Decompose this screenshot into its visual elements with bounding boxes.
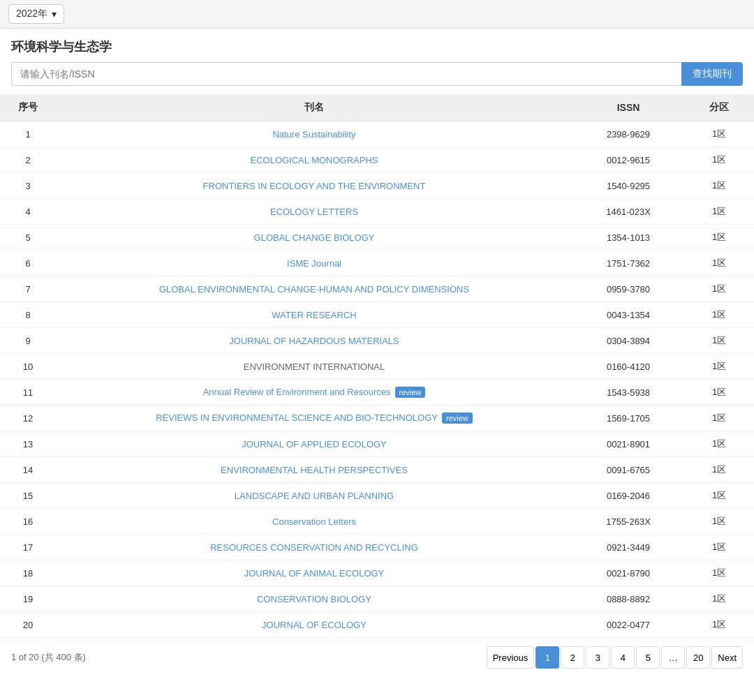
cell-name[interactable]: REVIEWS IN ENVIRONMENTAL SCIENCE AND BIO… bbox=[56, 405, 572, 431]
cell-name[interactable]: JOURNAL OF ANIMAL ECOLOGY bbox=[56, 560, 572, 586]
year-dropdown[interactable]: 2022年 ▾ bbox=[8, 4, 64, 24]
cell-seq: 18 bbox=[0, 560, 56, 586]
journal-name[interactable]: ENVIRONMENTAL HEALTH PERSPECTIVES bbox=[221, 465, 408, 475]
page-5-button[interactable]: 5 bbox=[636, 646, 660, 669]
cell-name[interactable]: WATER RESEARCH bbox=[56, 302, 572, 328]
cell-zone: 1区 bbox=[684, 535, 754, 560]
cell-seq: 3 bbox=[0, 173, 56, 199]
table-row: 11Annual Review of Environment and Resou… bbox=[0, 380, 754, 405]
cell-zone: 1区 bbox=[684, 328, 754, 354]
journal-name[interactable]: JOURNAL OF ECOLOGY bbox=[262, 620, 367, 630]
cell-issn: 0091-6765 bbox=[572, 457, 684, 483]
cell-zone: 1区 bbox=[684, 509, 754, 535]
header-seq: 序号 bbox=[0, 94, 56, 121]
page-4-button[interactable]: 4 bbox=[611, 646, 635, 669]
journal-name[interactable]: GLOBAL ENVIRONMENTAL CHANGE-HUMAN AND PO… bbox=[159, 284, 469, 295]
cell-seq: 10 bbox=[0, 354, 56, 380]
page-3-button[interactable]: 3 bbox=[586, 646, 609, 669]
journal-name[interactable]: ISME Journal bbox=[287, 258, 341, 269]
cell-issn: 1755-263X bbox=[572, 509, 684, 535]
cell-issn: 0012-9615 bbox=[572, 147, 684, 173]
table-row: 2ECOLOGICAL MONOGRAPHS0012-96151区 bbox=[0, 147, 754, 173]
cell-issn: 0043-1354 bbox=[572, 302, 684, 328]
table-header-row: 序号 刊名 ISSN 分区 bbox=[0, 94, 754, 121]
cell-seq: 4 bbox=[0, 199, 56, 225]
cell-zone: 1区 bbox=[684, 380, 754, 405]
cell-zone: 1区 bbox=[684, 457, 754, 483]
cell-zone: 1区 bbox=[684, 612, 754, 638]
cell-name[interactable]: JOURNAL OF ECOLOGY bbox=[56, 612, 572, 638]
journal-name[interactable]: FRONTIERS IN ECOLOGY AND THE ENVIRONMENT bbox=[203, 181, 426, 191]
prev-button[interactable]: Previous bbox=[487, 646, 535, 669]
search-button[interactable]: 查找期刊 bbox=[681, 62, 743, 86]
journal-name[interactable]: REVIEWS IN ENVIRONMENTAL SCIENCE AND BIO… bbox=[156, 412, 438, 423]
table-row: 19CONSERVATION BIOLOGY0888-88921区 bbox=[0, 586, 754, 612]
cell-name[interactable]: Conservation Letters bbox=[56, 509, 572, 535]
cell-seq: 2 bbox=[0, 147, 56, 173]
cell-name[interactable]: JOURNAL OF HAZARDOUS MATERIALS bbox=[56, 328, 572, 354]
cell-name[interactable]: GLOBAL ENVIRONMENTAL CHANGE-HUMAN AND PO… bbox=[56, 276, 572, 302]
year-label: 2022年 bbox=[16, 8, 47, 20]
table-row: 18JOURNAL OF ANIMAL ECOLOGY0021-87901区 bbox=[0, 560, 754, 586]
cell-seq: 9 bbox=[0, 328, 56, 354]
cell-issn: 0888-8892 bbox=[572, 586, 684, 612]
table-row: 7GLOBAL ENVIRONMENTAL CHANGE-HUMAN AND P… bbox=[0, 276, 754, 302]
cell-name[interactable]: ECOLOGICAL MONOGRAPHS bbox=[56, 147, 572, 173]
journal-name[interactable]: LANDSCAPE AND URBAN PLANNING bbox=[235, 491, 394, 501]
cell-name[interactable]: Annual Review of Environment and Resourc… bbox=[56, 380, 572, 405]
page-1-button[interactable]: 1 bbox=[535, 646, 559, 669]
table-row: 3FRONTIERS IN ECOLOGY AND THE ENVIRONMEN… bbox=[0, 173, 754, 199]
journal-name[interactable]: Conservation Letters bbox=[272, 516, 356, 527]
cell-name[interactable]: ECOLOGY LETTERS bbox=[56, 199, 572, 225]
cell-issn: 0021-8790 bbox=[572, 560, 684, 586]
journal-name[interactable]: JOURNAL OF ANIMAL ECOLOGY bbox=[244, 568, 385, 579]
table-row: 20JOURNAL OF ECOLOGY0022-04771区 bbox=[0, 612, 754, 638]
journal-name[interactable]: RESOURCES CONSERVATION AND RECYCLING bbox=[210, 542, 418, 553]
cell-seq: 6 bbox=[0, 251, 56, 276]
dropdown-arrow-icon: ▾ bbox=[52, 8, 57, 20]
cell-name[interactable]: ENVIRONMENTAL HEALTH PERSPECTIVES bbox=[56, 457, 572, 483]
journal-name[interactable]: JOURNAL OF HAZARDOUS MATERIALS bbox=[229, 336, 399, 346]
cell-name[interactable]: CONSERVATION BIOLOGY bbox=[56, 586, 572, 612]
journal-name[interactable]: CONSERVATION BIOLOGY bbox=[257, 594, 371, 604]
table-row: 12REVIEWS IN ENVIRONMENTAL SCIENCE AND B… bbox=[0, 405, 754, 431]
cell-seq: 11 bbox=[0, 380, 56, 405]
table-row: 5GLOBAL CHANGE BIOLOGY1354-10131区 bbox=[0, 225, 754, 251]
cell-name[interactable]: Nature Sustainability bbox=[56, 121, 572, 147]
cell-seq: 13 bbox=[0, 431, 56, 457]
journal-name[interactable]: GLOBAL CHANGE BIOLOGY bbox=[254, 232, 375, 243]
next-button[interactable]: Next bbox=[711, 646, 743, 669]
cell-issn: 0022-0477 bbox=[572, 612, 684, 638]
page-last-button[interactable]: 20 bbox=[686, 646, 710, 669]
cell-issn: 1569-1705 bbox=[572, 405, 684, 431]
cell-issn: 1461-023X bbox=[572, 199, 684, 225]
journal-name[interactable]: ECOLOGICAL MONOGRAPHS bbox=[251, 155, 378, 165]
cell-zone: 1区 bbox=[684, 225, 754, 251]
journal-name[interactable]: WATER RESEARCH bbox=[272, 310, 356, 320]
page-title: 环境科学与生态学 bbox=[0, 29, 754, 62]
cell-name[interactable]: LANDSCAPE AND URBAN PLANNING bbox=[56, 483, 572, 509]
cell-zone: 1区 bbox=[684, 121, 754, 147]
cell-zone: 1区 bbox=[684, 173, 754, 199]
cell-zone: 1区 bbox=[684, 586, 754, 612]
cell-name[interactable]: GLOBAL CHANGE BIOLOGY bbox=[56, 225, 572, 251]
page-2-button[interactable]: 2 bbox=[561, 646, 584, 669]
cell-name[interactable]: ISME Journal bbox=[56, 251, 572, 276]
cell-seq: 8 bbox=[0, 302, 56, 328]
review-badge: review bbox=[395, 387, 426, 398]
cell-name[interactable]: FRONTIERS IN ECOLOGY AND THE ENVIRONMENT bbox=[56, 173, 572, 199]
cell-name[interactable]: JOURNAL OF APPLIED ECOLOGY bbox=[56, 431, 572, 457]
cell-name: ENVIRONMENT INTERNATIONAL bbox=[56, 354, 572, 380]
cell-issn: 0921-3449 bbox=[572, 535, 684, 560]
table-row: 6ISME Journal1751-73621区 bbox=[0, 251, 754, 276]
cell-issn: 1543-5938 bbox=[572, 380, 684, 405]
journal-name[interactable]: JOURNAL OF APPLIED ECOLOGY bbox=[242, 439, 387, 449]
search-input[interactable] bbox=[11, 62, 681, 86]
cell-name[interactable]: RESOURCES CONSERVATION AND RECYCLING bbox=[56, 535, 572, 560]
cell-zone: 1区 bbox=[684, 431, 754, 457]
review-badge: review bbox=[442, 412, 473, 424]
journal-name[interactable]: Annual Review of Environment and Resourc… bbox=[203, 387, 391, 397]
journal-name[interactable]: ECOLOGY LETTERS bbox=[270, 207, 358, 217]
journal-table: 序号 刊名 ISSN 分区 1Nature Sustainability2398… bbox=[0, 94, 754, 638]
journal-name[interactable]: Nature Sustainability bbox=[272, 129, 355, 140]
